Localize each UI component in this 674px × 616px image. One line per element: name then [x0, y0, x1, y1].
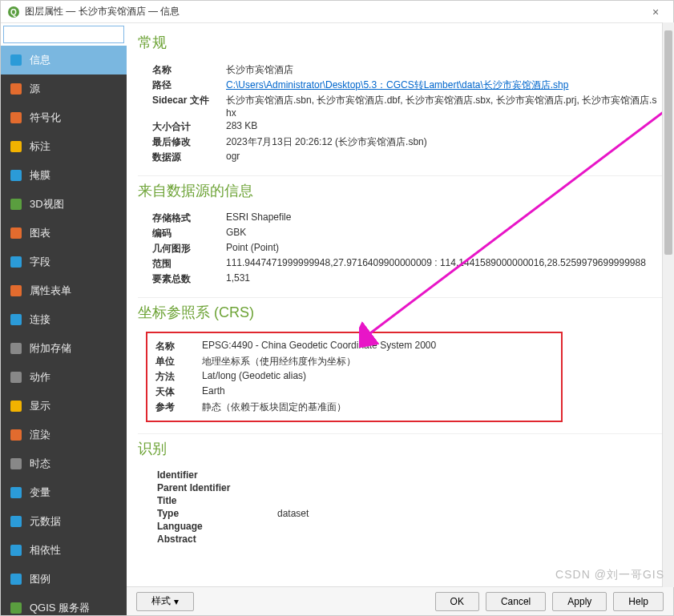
- svg-text:Q: Q: [10, 8, 17, 17]
- svg-rect-18: [10, 516, 22, 527]
- crs-name-value: EPSG:4490 - China Geodetic Coordinate Sy…: [197, 340, 553, 353]
- sidebar-item-legend[interactable]: 图例: [1, 565, 127, 594]
- svg-rect-19: [10, 545, 22, 556]
- count-value: 1,531: [221, 272, 662, 286]
- sidebar-item-storage[interactable]: 附加存储: [1, 334, 127, 363]
- name-value: 长沙市宾馆酒店: [221, 63, 662, 77]
- sidebar-item-label: 3D视图: [30, 197, 64, 211]
- search-input[interactable]: [3, 26, 124, 43]
- sidebar-item-symbol[interactable]: 符号化: [1, 103, 127, 132]
- join-icon: [9, 312, 23, 327]
- ok-button[interactable]: OK: [435, 592, 479, 611]
- info-icon: [9, 53, 23, 67]
- sidebar-item-label: 掩膜: [30, 168, 50, 183]
- sidebar-item-info[interactable]: 信息: [1, 46, 127, 74]
- svg-rect-21: [10, 602, 22, 614]
- parent-label: Parent Identifier: [157, 482, 277, 493]
- sidebar-item-dependency[interactable]: 相依性: [1, 536, 127, 565]
- sidebar-item-server[interactable]: QGIS 服务器: [1, 594, 127, 615]
- sidebar-item-action[interactable]: 动作: [1, 363, 127, 392]
- vertical-scrollbar[interactable]: [662, 22, 674, 587]
- sidebar-item-label: 显示: [30, 399, 50, 413]
- sidebar-item-metadata[interactable]: 元数据: [1, 507, 127, 536]
- sidebar-item-variable[interactable]: 变量: [1, 478, 127, 507]
- style-button[interactable]: 样式▾: [136, 592, 194, 611]
- path-value: C:\Users\Administrator\Desktop\5.3：CGCS转…: [221, 79, 662, 92]
- sidebar-item-temporal[interactable]: 时态: [1, 449, 127, 478]
- sidebar-item-label: 符号化: [30, 111, 61, 125]
- fields-icon: [9, 255, 23, 269]
- mask-icon: [9, 168, 23, 183]
- sidebar-item-label: 图表: [30, 226, 50, 240]
- sidebar-nav: 信息源符号化标注掩膜3D视图图表字段属性表单连接附加存储动作显示渲染时态变量元数…: [1, 46, 127, 615]
- abstract-label: Abstract: [157, 533, 277, 545]
- lang-value: [277, 521, 662, 533]
- count-label: 要素总数: [152, 272, 221, 286]
- extent-label: 范围: [152, 257, 221, 271]
- sidebar-item-label: 时态: [30, 457, 50, 471]
- cancel-button[interactable]: Cancel: [486, 592, 546, 611]
- storage-value: ESRI Shapefile: [221, 211, 662, 225]
- storage-label: 存储格式: [152, 211, 221, 225]
- chart-icon: [9, 226, 23, 240]
- metadata-icon: [9, 514, 23, 529]
- content-panel: 常规 名称长沙市宾馆酒店 路径C:\Users\Administrator\De…: [127, 23, 673, 615]
- size-value: 283 KB: [221, 120, 662, 134]
- lang-label: Language: [157, 521, 277, 532]
- provider-label: 数据源: [152, 151, 221, 164]
- sidebar-item-form[interactable]: 属性表单: [1, 276, 127, 305]
- sidebar-item-source[interactable]: 源: [1, 74, 127, 103]
- crs-unit-value: 地理坐标系（使用经纬度作为坐标）: [197, 355, 553, 368]
- crs-method-value: Lat/long (Geodetic alias): [197, 370, 553, 384]
- search-wrap: [1, 23, 127, 46]
- ident-kv: Identifier Parent Identifier Title Typed…: [157, 469, 662, 546]
- path-link[interactable]: C:\Users\Administrator\Desktop\5.3：CGCS转…: [226, 79, 568, 91]
- content-scroll[interactable]: 常规 名称长沙市宾馆酒店 路径C:\Users\Administrator\De…: [127, 23, 673, 586]
- sidebar-item-label: QGIS 服务器: [30, 601, 90, 615]
- style-label: 样式: [151, 594, 171, 608]
- svg-rect-9: [10, 256, 22, 268]
- form-icon: [9, 284, 23, 298]
- crs-body-label: 天体: [155, 385, 197, 399]
- svg-rect-7: [10, 199, 22, 210]
- svg-rect-5: [10, 141, 22, 152]
- svg-rect-8: [10, 227, 22, 239]
- sidebar-item-label: 元数据: [30, 514, 61, 529]
- legend-icon: [9, 572, 23, 586]
- svg-rect-2: [10, 54, 22, 66]
- sidebar-item-chart[interactable]: 图表: [1, 219, 127, 248]
- provider-kv: 存储格式ESRI Shapefile 编码GBK 几何图形Point (Poin…: [152, 211, 662, 286]
- sidebar-item-label: 动作: [30, 370, 50, 384]
- sidebar-item-mask[interactable]: 掩膜: [1, 161, 127, 190]
- sidebar-item-display[interactable]: 显示: [1, 392, 127, 421]
- crs-method-label: 方法: [155, 370, 197, 384]
- svg-rect-20: [10, 574, 22, 585]
- server-icon: [9, 601, 23, 615]
- close-button[interactable]: ×: [644, 6, 667, 18]
- sidecar-label: Sidecar 文件: [152, 94, 221, 119]
- general-kv: 名称长沙市宾馆酒店 路径C:\Users\Administrator\Deskt…: [152, 63, 662, 164]
- sidebar-item-join[interactable]: 连接: [1, 305, 127, 334]
- type-value: dataset: [277, 508, 662, 521]
- svg-rect-14: [10, 401, 22, 412]
- temporal-icon: [9, 457, 23, 471]
- source-icon: [9, 82, 23, 96]
- sidebar-item-3d[interactable]: 3D视图: [1, 190, 127, 219]
- sidebar-item-label: 相依性: [30, 543, 61, 558]
- modified-label: 最后修改: [152, 135, 221, 149]
- section-provider-title: 来自数据源的信息: [138, 175, 662, 208]
- help-button[interactable]: Help: [613, 592, 664, 611]
- variable-icon: [9, 485, 23, 500]
- sidebar-item-fields[interactable]: 字段: [1, 248, 127, 276]
- crs-unit-label: 单位: [155, 355, 197, 368]
- scrollbar-thumb[interactable]: [664, 30, 672, 255]
- sidebar-item-label: 连接: [30, 312, 50, 327]
- sidebar-item-label[interactable]: 标注: [1, 132, 127, 161]
- svg-rect-15: [10, 429, 22, 441]
- svg-rect-4: [10, 112, 22, 123]
- display-icon: [9, 399, 23, 413]
- sidebar-item-render[interactable]: 渲染: [1, 421, 127, 449]
- apply-button[interactable]: Apply: [552, 592, 607, 611]
- app-icon: Q: [7, 6, 20, 18]
- symbol-icon: [9, 111, 23, 125]
